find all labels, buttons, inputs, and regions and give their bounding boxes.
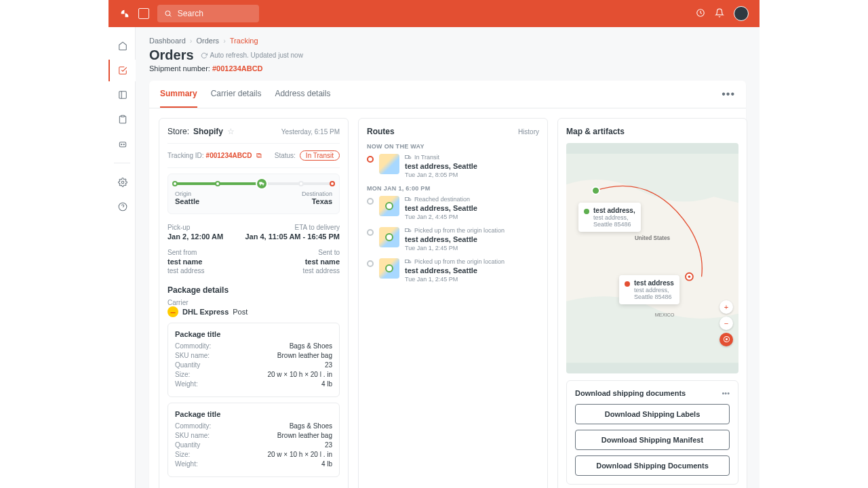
refresh-icon (201, 52, 208, 59)
svg-line-1 (170, 15, 171, 16)
clipboard-icon (118, 115, 127, 124)
bot-icon (118, 139, 127, 148)
tab-address[interactable]: Address details (275, 81, 330, 108)
help-icon (118, 202, 127, 211)
routes-now-header: NOW ON THE WAY (367, 143, 539, 150)
map[interactable]: United States MEXICO test address,t (566, 143, 738, 373)
tab-carrier[interactable]: Carrier details (211, 81, 262, 108)
copy-icon[interactable]: ⧉ (256, 151, 262, 159)
tracking-id-label: Tracking ID: (167, 152, 204, 159)
map-card-destination[interactable]: test addresstest address,Seattle 85486 (619, 275, 679, 304)
svg-rect-16 (405, 260, 408, 263)
search-icon (164, 9, 172, 18)
svg-text:United States: United States (635, 235, 671, 241)
panel-toggle-icon[interactable] (138, 8, 149, 19)
avatar[interactable] (734, 6, 749, 21)
package-title: Package title (175, 330, 332, 338)
svg-point-0 (165, 11, 170, 16)
route-item[interactable]: In Transit test address, Seattle Tue Jan… (367, 154, 539, 178)
destination-city: Texas (302, 197, 332, 205)
pickup-time: Jan 2, 12:00 AM (167, 232, 223, 241)
route-item[interactable]: Reached destination test address, Seattl… (367, 196, 539, 220)
map-zoom-in[interactable]: + (719, 300, 733, 314)
routes-panel: Routes History NOW ON THE WAY In Transit… (358, 118, 548, 488)
eta-time: Jan 4, 11:05 AM - 16:45 PM (245, 232, 340, 241)
svg-point-12 (262, 184, 264, 186)
tab-more-icon[interactable]: ••• (722, 88, 735, 100)
map-locate[interactable]: ⦿ (719, 333, 733, 346)
carrier-type: Post (233, 308, 248, 316)
zendesk-logo-icon[interactable] (119, 8, 130, 19)
routes-history-link[interactable]: History (518, 128, 539, 136)
status-label: Status: (275, 152, 296, 159)
origin-city: Seattle (175, 197, 199, 205)
status-badge: In Transit (300, 150, 340, 161)
sidebar-item-bot[interactable] (108, 133, 136, 155)
sidebar-item-help[interactable] (108, 196, 136, 218)
download-documents-button[interactable]: Download Shipping Documents (575, 455, 730, 476)
svg-point-9 (119, 203, 127, 211)
progress-tracker: OriginSeattle DestinationTexas (167, 174, 340, 214)
breadcrumb-tracking: Tracking (230, 37, 258, 45)
package-card: Package title Commodity:Bags & Shoes SKU… (167, 403, 340, 477)
search-box[interactable] (157, 5, 259, 22)
route-item[interactable]: Picked up from the origin location test … (367, 258, 539, 283)
sidebar-item-clipboard[interactable] (108, 108, 136, 130)
downloads-title: Download shipping documents (575, 389, 686, 397)
sidebar (108, 27, 136, 488)
shipment-number: #001234ABCD (212, 64, 263, 73)
dhl-icon: — (167, 306, 178, 317)
topbar (108, 0, 760, 27)
map-title: Map & artifacts (566, 127, 625, 136)
svg-point-8 (121, 181, 124, 184)
store-label: Store: (167, 127, 189, 136)
download-labels-button[interactable]: Download Shipping Labels (575, 404, 730, 424)
carrier-name: DHL Express (182, 308, 229, 316)
to-name: test name (303, 258, 340, 266)
routes-title: Routes (367, 127, 395, 136)
store-panel: Store: Shopify ☆ Yesterday, 6:15 PM Trac… (159, 118, 349, 488)
search-input[interactable] (178, 9, 252, 18)
downloads-more-icon[interactable]: ••• (722, 389, 730, 397)
sidebar-item-settings[interactable] (108, 171, 136, 193)
orders-icon (118, 66, 127, 75)
svg-rect-5 (119, 142, 125, 147)
store-name: Shopify (193, 127, 223, 136)
package-card: Package title Commodity:Bags & Shoes SKU… (167, 323, 340, 397)
sidebar-item-orders[interactable] (108, 60, 136, 81)
svg-point-6 (121, 144, 121, 145)
destination-pin-icon (330, 181, 335, 186)
route-item[interactable]: Picked up from the origin location test … (367, 227, 539, 251)
svg-point-20 (592, 187, 599, 195)
package-title: Package title (175, 410, 332, 418)
svg-rect-13 (405, 156, 408, 159)
shipment-label: Shipment number: (149, 64, 210, 73)
svg-text:MEXICO: MEXICO (655, 312, 675, 318)
sidebar-item-boxes[interactable] (108, 84, 136, 106)
box-icon (118, 90, 127, 100)
package-details-title: Package details (167, 285, 340, 295)
svg-rect-4 (121, 115, 124, 117)
store-timestamp: Yesterday, 6:15 PM (281, 128, 340, 136)
download-manifest-button[interactable]: Download Shipping Manifest (575, 430, 730, 450)
map-zoom-out[interactable]: − (719, 317, 733, 330)
map-card-origin[interactable]: test address,test address,Seattle 85486 (578, 203, 641, 232)
history-icon[interactable] (696, 8, 707, 19)
gear-icon (118, 178, 127, 187)
bell-icon[interactable] (715, 8, 726, 19)
svg-point-22 (688, 275, 691, 278)
sidebar-item-home[interactable] (108, 35, 136, 57)
star-icon[interactable]: ☆ (227, 127, 235, 136)
map-panel: Map & artifacts United States MEXICO (557, 118, 747, 488)
svg-point-11 (260, 184, 261, 186)
svg-rect-14 (405, 198, 408, 201)
breadcrumb-dashboard[interactable]: Dashboard (149, 37, 186, 45)
auto-refresh-status: Auto refresh. Updated just now (201, 52, 303, 59)
svg-rect-15 (405, 229, 408, 232)
truck-icon (256, 178, 268, 190)
tab-summary[interactable]: Summary (160, 81, 197, 108)
routes-date-header: MON JAN 1, 6:00 PM (367, 185, 539, 192)
tracking-id: #001234ABCD (206, 152, 252, 159)
breadcrumb-orders[interactable]: Orders (197, 37, 220, 45)
from-name: test name (167, 258, 204, 266)
